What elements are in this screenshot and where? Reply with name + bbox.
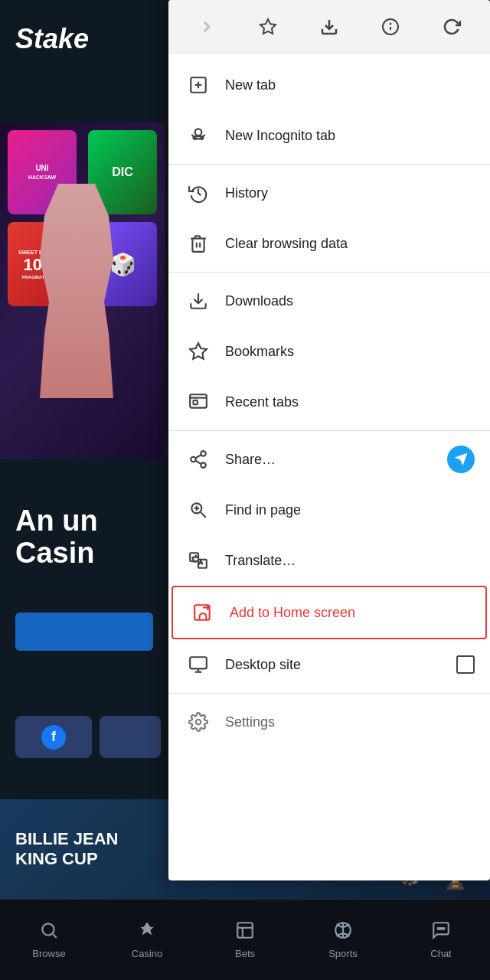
menu-item-recent-tabs[interactable]: Recent tabs (168, 377, 490, 427)
find-icon (187, 498, 210, 521)
divider-4 (168, 693, 490, 694)
sports-label: Sports (328, 948, 358, 959)
desktop-icon (187, 653, 210, 676)
svg-point-31 (191, 457, 196, 462)
bottom-navigation: Browse Casino Bets Sports (0, 899, 490, 980)
telegram-badge (447, 446, 475, 473)
casino-icon (137, 920, 157, 945)
svg-rect-29 (194, 400, 198, 404)
menu-item-settings[interactable]: Settings (168, 697, 490, 747)
nav-chat[interactable]: Chat (392, 920, 490, 959)
add-to-home-label: Add to Home screen (230, 605, 355, 621)
menu-items-list: New tab New Incognito tab (168, 54, 490, 753)
downloads-icon (187, 289, 210, 312)
menu-item-desktop-site[interactable]: Desktop site (168, 639, 490, 690)
share-icon (187, 448, 210, 471)
recent-tabs-icon (187, 390, 210, 413)
history-label: History (225, 185, 268, 201)
divider-2 (168, 272, 490, 273)
browse-icon (39, 920, 59, 945)
bookmarks-icon (187, 340, 210, 363)
menu-item-downloads[interactable]: Downloads (168, 276, 490, 326)
settings-label: Settings (225, 714, 275, 730)
history-icon (187, 181, 210, 204)
downloads-label: Downloads (225, 293, 293, 309)
svg-line-1 (53, 934, 57, 938)
menu-item-clear-browsing[interactable]: Clear browsing data (168, 218, 490, 269)
clear-browsing-label: Clear browsing data (225, 236, 348, 252)
svg-rect-43 (190, 657, 207, 668)
svg-rect-2 (237, 923, 253, 938)
bookmark-button[interactable] (251, 10, 285, 44)
new-tab-icon (187, 74, 210, 96)
svg-marker-27 (190, 343, 207, 359)
menu-item-share[interactable]: Share… (168, 434, 490, 485)
svg-point-20 (194, 138, 196, 139)
svg-marker-10 (260, 19, 276, 34)
nav-browse[interactable]: Browse (0, 920, 98, 959)
info-button[interactable] (374, 10, 407, 44)
recent-tabs-label: Recent tabs (225, 394, 299, 410)
svg-point-0 (42, 923, 54, 935)
desktop-site-label: Desktop site (225, 657, 301, 673)
sports-icon (333, 920, 353, 945)
svg-point-9 (443, 928, 444, 929)
svg-point-46 (196, 720, 201, 725)
divider-3 (168, 430, 490, 431)
browser-context-menu: New tab New Incognito tab (168, 0, 490, 880)
chat-icon (431, 920, 451, 945)
menu-item-history[interactable]: History (168, 168, 490, 218)
find-in-page-label: Find in page (225, 502, 301, 518)
settings-icon (187, 710, 210, 733)
svg-line-36 (201, 512, 206, 518)
casino-banner: UNIHACKSAW DIC SWEET BONANZA1000PRAGMATI… (0, 122, 165, 459)
svg-point-32 (201, 462, 206, 468)
nav-bets[interactable]: Bets (196, 920, 294, 959)
bookmarks-label: Bookmarks (225, 344, 294, 360)
translate-icon (187, 549, 210, 572)
svg-line-23 (204, 135, 205, 136)
nav-sports[interactable]: Sports (294, 920, 392, 959)
translate-label: Translate… (225, 553, 296, 569)
menu-item-new-incognito[interactable]: New Incognito tab (168, 110, 490, 161)
menu-item-translate[interactable]: Translate… (168, 535, 490, 586)
svg-point-18 (195, 129, 202, 136)
desktop-site-checkbox[interactable] (456, 655, 475, 674)
bets-label: Bets (235, 948, 255, 959)
svg-point-8 (440, 928, 442, 929)
new-tab-label: New tab (225, 77, 276, 93)
page-headline: An un Casin (15, 505, 98, 570)
svg-line-33 (195, 461, 201, 464)
casino-label: Casino (132, 948, 162, 959)
svg-point-7 (438, 928, 439, 929)
incognito-icon (187, 124, 210, 147)
forward-button[interactable] (190, 10, 224, 44)
bets-icon (235, 920, 255, 945)
menu-item-bookmarks[interactable]: Bookmarks (168, 326, 490, 377)
svg-point-21 (201, 138, 202, 139)
bjk-text: BILLIE JEAN KING CUP (0, 829, 118, 870)
share-label: Share… (225, 452, 276, 468)
social-button-2[interactable] (100, 716, 161, 758)
stake-logo: Stake (15, 23, 89, 55)
svg-line-22 (191, 135, 193, 136)
divider-1 (168, 164, 490, 165)
add-home-icon (191, 601, 214, 624)
menu-item-add-to-home[interactable]: Add to Home screen (172, 586, 487, 639)
facebook-button[interactable]: f (15, 716, 92, 758)
facebook-icon: f (41, 725, 66, 750)
new-incognito-label: New Incognito tab (225, 128, 335, 144)
menu-item-new-tab[interactable]: New tab (168, 60, 490, 110)
browse-label: Browse (32, 948, 65, 959)
svg-point-30 (201, 451, 206, 456)
trash-icon (187, 232, 210, 255)
download-button[interactable] (312, 10, 346, 44)
svg-line-34 (195, 455, 201, 458)
refresh-button[interactable] (435, 10, 469, 44)
menu-toolbar (168, 0, 490, 54)
menu-item-find-in-page[interactable]: Find in page (168, 485, 490, 535)
nav-casino[interactable]: Casino (98, 920, 196, 959)
chat-label: Chat (430, 948, 451, 959)
play-button[interactable] (15, 612, 153, 651)
